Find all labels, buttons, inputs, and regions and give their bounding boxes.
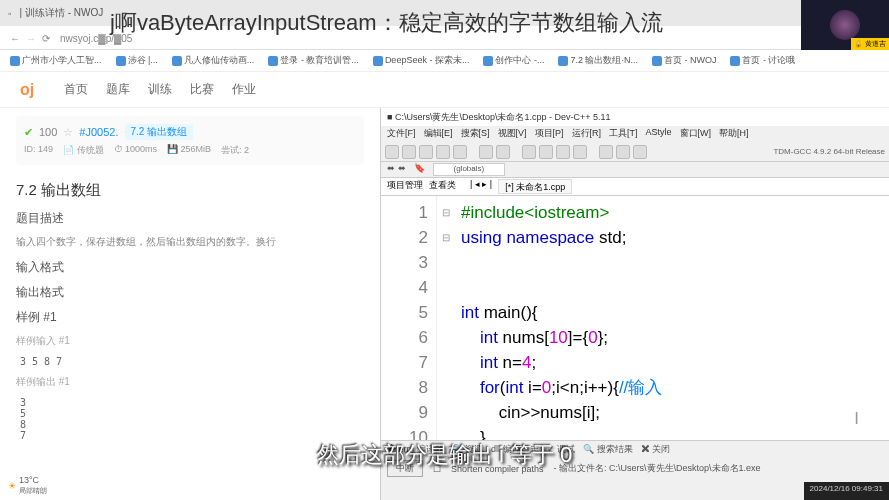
nav-fwd-icon: → xyxy=(26,33,36,44)
bookmark-item[interactable]: 首页 - 讨论哦 xyxy=(730,54,795,67)
oj-nav-bar: oj 首页 题库 训练 比赛 作业 xyxy=(0,72,889,108)
goto-icon[interactable]: ⬌ ⬌ xyxy=(387,163,406,176)
menu-tools[interactable]: 工具[T] xyxy=(609,127,638,141)
sample-out-label: 样例输出 #1 xyxy=(16,375,364,389)
compiler-version[interactable]: TDM-GCC 4.9.2 64-bit Release xyxy=(773,147,885,156)
code-editor[interactable]: 1234567891011121314 ⊟⊟ #include<iostream… xyxy=(381,196,889,440)
site-icon xyxy=(730,56,740,66)
problem-tag: 7.2 输出数组 xyxy=(125,124,194,140)
sample-output: 3 5 8 7 xyxy=(16,393,364,445)
bookmark-item[interactable]: 首页 - NWOJ xyxy=(652,54,717,67)
save-icon[interactable] xyxy=(419,145,433,159)
print-icon[interactable] xyxy=(453,145,467,159)
bookmarks-bar: 广州市小学人工智... 涉谷 |... 凡人修仙传动画... 登录 - 教育培训… xyxy=(0,50,889,72)
text-cursor-icon: I xyxy=(854,406,859,431)
menu-view[interactable]: 视图[V] xyxy=(498,127,527,141)
tab-classes[interactable]: 查看类 xyxy=(429,179,456,194)
nav-training[interactable]: 训练 xyxy=(148,81,172,98)
tab-search-results[interactable]: 🔍 搜索结果 xyxy=(583,443,633,456)
meta-id: ID: 149 xyxy=(24,144,53,157)
site-icon xyxy=(373,56,383,66)
fold-column[interactable]: ⊟⊟ xyxy=(437,196,455,440)
problem-desc: 输入四个数字，保存进数组，然后输出数组内的数字。换行 xyxy=(16,235,364,249)
bookmark-item[interactable]: 创作中心 -... xyxy=(483,54,544,67)
check-icon: ✔ xyxy=(24,126,33,139)
meta-mem: 💾 256MiB xyxy=(167,144,211,157)
reload-icon[interactable]: ⟳ xyxy=(42,33,50,44)
bookmark-item[interactable]: 涉谷 |... xyxy=(116,54,158,67)
menu-astyle[interactable]: AStyle xyxy=(646,127,672,141)
menu-window[interactable]: 窗口[W] xyxy=(680,127,712,141)
meta-time: ⏱ 1000ms xyxy=(114,144,158,157)
ide-toolbar: TDM-GCC 4.9.2 64-bit Release xyxy=(381,142,889,162)
subtitle-overlay: 然后这部分是输出 i 等于 0 xyxy=(317,440,572,470)
open-icon[interactable] xyxy=(402,145,416,159)
ide-toolbar2: ⬌ ⬌ 🔖 (globals) xyxy=(381,162,889,178)
site-icon xyxy=(483,56,493,66)
meta-type: 📄 传统题 xyxy=(63,144,104,157)
code-lines[interactable]: #include<iostream>using namespace std; i… xyxy=(455,196,889,440)
site-icon xyxy=(116,56,126,66)
ide-side-tabs: 项目管理 查看类 | ◂ ▸ | [*] 未命名1.cpp xyxy=(381,178,889,196)
bookmark-icon[interactable]: 🔖 xyxy=(414,163,425,176)
menu-run[interactable]: 运行[R] xyxy=(572,127,602,141)
nav-problems[interactable]: 题库 xyxy=(106,81,130,98)
menu-file[interactable]: 文件[F] xyxy=(387,127,416,141)
undo-icon[interactable] xyxy=(479,145,493,159)
bookmark-item[interactable]: DeepSeek - 探索未... xyxy=(373,54,470,67)
globals-dropdown[interactable]: (globals) xyxy=(433,163,506,176)
video-title-overlay: j啊vaByteArrayInputStream：稳定高效的字节数组输入流 xyxy=(110,8,663,38)
file-tab[interactable]: [*] 未命名1.cpp xyxy=(498,179,572,194)
ide-menubar: 文件[F] 编辑[E] 搜索[S] 视图[V] 项目[P] 运行[R] 工具[T… xyxy=(381,126,889,142)
desc-label: 题目描述 xyxy=(16,210,364,227)
tab-close[interactable]: 🗙 关闭 xyxy=(641,443,671,456)
compile-icon[interactable] xyxy=(522,145,536,159)
site-icon xyxy=(172,56,182,66)
problem-score: 100 xyxy=(39,126,57,138)
bookmark-item[interactable]: 7.2 输出数组·N... xyxy=(558,54,638,67)
meta-tries: 尝试: 2 xyxy=(221,144,249,157)
line-gutter: 1234567891011121314 xyxy=(381,196,437,440)
oj-logo[interactable]: oj xyxy=(20,81,34,99)
stop-icon[interactable] xyxy=(616,145,630,159)
bookmark-item[interactable]: 凡人修仙传动画... xyxy=(172,54,255,67)
ide-titlebar[interactable]: ■ C:\Users\黄先生\Desktop\未命名1.cpp - Dev-C+… xyxy=(381,108,889,126)
site-icon xyxy=(558,56,568,66)
problem-code[interactable]: #J0052. xyxy=(79,126,118,138)
weather-desc: 局部晴朗 xyxy=(19,487,47,494)
run-icon[interactable] xyxy=(539,145,553,159)
sample-input: 3 5 8 7 xyxy=(16,352,364,371)
taskbar-clock[interactable]: 2024/12/16 09:49:31 xyxy=(804,482,889,500)
nav-home[interactable]: 首页 xyxy=(64,81,88,98)
menu-edit[interactable]: 编辑[E] xyxy=(424,127,453,141)
sample-label: 样例 #1 xyxy=(16,309,364,326)
bookmark-item[interactable]: 登录 - 教育培训管... xyxy=(268,54,359,67)
avatar-icon xyxy=(830,10,860,40)
nav-back-icon[interactable]: ← xyxy=(10,33,20,44)
debug-icon[interactable] xyxy=(599,145,613,159)
nav-contest[interactable]: 比赛 xyxy=(190,81,214,98)
menu-help[interactable]: 帮助[H] xyxy=(719,127,749,141)
menu-search[interactable]: 搜索[S] xyxy=(461,127,490,141)
rebuild-icon[interactable] xyxy=(573,145,587,159)
output-fmt-label: 输出格式 xyxy=(16,284,364,301)
star-icon[interactable]: ☆ xyxy=(63,126,73,139)
site-icon xyxy=(652,56,662,66)
bookmark-item[interactable]: 广州市小学人工智... xyxy=(10,54,102,67)
nav-homework[interactable]: 作业 xyxy=(232,81,256,98)
new-icon[interactable] xyxy=(385,145,399,159)
tab-project[interactable]: 项目管理 xyxy=(387,179,423,194)
weather-temp: 13°C xyxy=(19,475,39,485)
saveall-icon[interactable] xyxy=(436,145,450,159)
weather-widget[interactable]: ☀ 13°C局部晴朗 xyxy=(8,475,47,496)
compile-run-icon[interactable] xyxy=(556,145,570,159)
problem-header: ✔ 100 ☆ #J0052. 7.2 输出数组 ID: 149 📄 传统题 ⏱… xyxy=(16,116,364,165)
site-icon xyxy=(268,56,278,66)
webcam-overlay: 🔒 黄道吉 xyxy=(801,0,889,50)
profile-icon[interactable] xyxy=(633,145,647,159)
output-filename: - 输出文件名: C:\Users\黄先生\Desktop\未命名1.exe xyxy=(554,462,761,475)
menu-project[interactable]: 项目[P] xyxy=(535,127,564,141)
sample-in-label: 样例输入 #1 xyxy=(16,334,364,348)
tab-title[interactable]: | 训练详情 - NWOJ xyxy=(20,6,104,20)
redo-icon[interactable] xyxy=(496,145,510,159)
